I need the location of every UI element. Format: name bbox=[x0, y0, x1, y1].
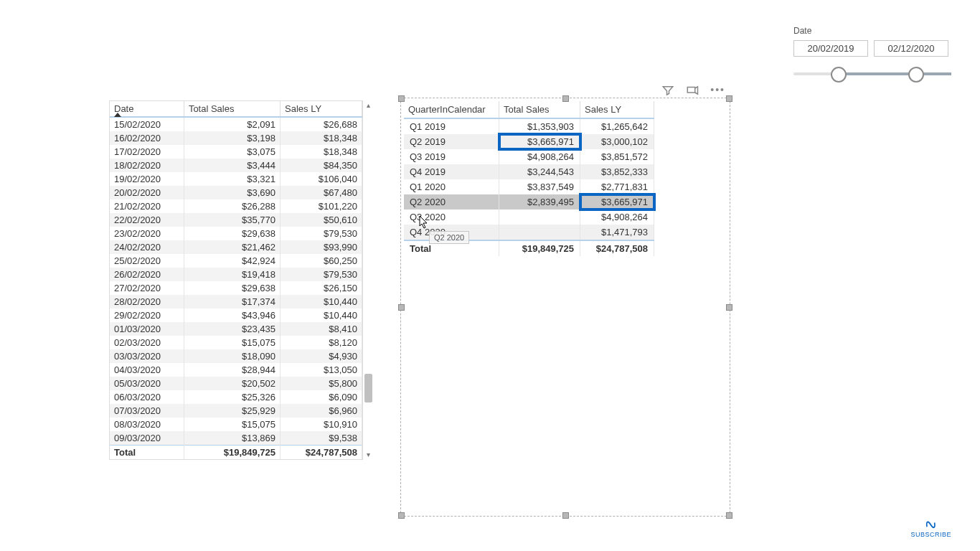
table-row[interactable]: 16/02/2020$3,198$18,348 bbox=[110, 131, 362, 145]
table-row[interactable]: 18/02/2020$3,444$84,350 bbox=[110, 159, 362, 172]
sales-ly-cell: $6,960 bbox=[281, 404, 362, 418]
resize-handle[interactable] bbox=[726, 512, 732, 519]
col-sales-ly-q-label: Sales LY bbox=[585, 104, 621, 115]
total-sales-cell: $35,770 bbox=[184, 213, 280, 227]
table-row[interactable]: 05/03/2020$20,502$5,800 bbox=[110, 377, 362, 390]
sales-ly-cell: $3,852,333 bbox=[580, 164, 654, 179]
total-sales-cell: $25,929 bbox=[184, 404, 280, 418]
total-sales-cell: $42,924 bbox=[184, 254, 280, 268]
table-row[interactable]: 19/02/2020$3,321$106,040 bbox=[110, 172, 362, 186]
table-row[interactable]: 04/03/2020$28,944$13,050 bbox=[110, 363, 362, 377]
resize-handle[interactable] bbox=[562, 95, 569, 102]
total-sales-cell: $29,638 bbox=[184, 281, 280, 295]
sales-ly-cell: $18,348 bbox=[281, 145, 362, 159]
date-slider-handle-start[interactable] bbox=[831, 67, 847, 83]
table-row[interactable]: 03/03/2020$18,090$4,930 bbox=[110, 349, 362, 363]
table-row[interactable]: 01/03/2020$23,435$8,410 bbox=[110, 322, 362, 336]
sales-ly-cell: $3,000,102 bbox=[580, 134, 654, 149]
table-row[interactable]: Q2 2019$3,665,971$3,000,102 bbox=[404, 134, 654, 149]
total-sales-cell: $26,288 bbox=[184, 199, 280, 213]
quarter-sales-visual[interactable]: ••• QuarterInCalendar Total Sales Sales … bbox=[400, 98, 730, 517]
col-quarter[interactable]: QuarterInCalendar bbox=[404, 101, 499, 118]
col-total-sales-q[interactable]: Total Sales bbox=[499, 101, 580, 118]
scrollbar-thumb[interactable] bbox=[364, 374, 372, 402]
table-row[interactable]: 17/02/2020$3,075$18,348 bbox=[110, 145, 362, 159]
date-cell: 24/02/2020 bbox=[110, 240, 184, 254]
date-cell: 20/02/2020 bbox=[110, 186, 184, 199]
table-row[interactable]: 29/02/2020$43,946$10,440 bbox=[110, 309, 362, 322]
col-total-sales[interactable]: Total Sales bbox=[184, 101, 280, 117]
sales-ly-cell: $4,908,264 bbox=[580, 209, 654, 225]
table-row[interactable]: 02/03/2020$15,075$8,120 bbox=[110, 336, 362, 349]
resize-handle[interactable] bbox=[726, 95, 732, 102]
more-options-icon[interactable]: ••• bbox=[710, 84, 725, 100]
scroll-down-icon[interactable]: ▾ bbox=[362, 451, 374, 459]
col-total-sales-q-label: Total Sales bbox=[504, 104, 550, 115]
sales-ly-cell: $1,471,793 bbox=[580, 225, 654, 240]
table-row[interactable]: Q2 2020$2,839,495$3,665,971 bbox=[404, 194, 654, 209]
resize-handle[interactable] bbox=[398, 512, 405, 519]
table-row[interactable]: Q3 2020$4,908,264 bbox=[404, 209, 654, 225]
sales-ly-cell: $67,480 bbox=[281, 186, 362, 199]
table-row[interactable]: 27/02/2020$29,638$26,150 bbox=[110, 281, 362, 295]
daily-sales-table[interactable]: Date Total Sales Sales LY 15/02/2020$2,0… bbox=[109, 100, 363, 460]
scroll-up-icon[interactable]: ▴ bbox=[362, 101, 374, 110]
quarter-cell: Q1 2019 bbox=[404, 118, 499, 134]
table-row[interactable]: 06/03/2020$25,326$6,090 bbox=[110, 390, 362, 404]
total-sales-cell: $3,665,971 bbox=[499, 134, 580, 149]
table-row[interactable]: 20/02/2020$3,690$67,480 bbox=[110, 186, 362, 199]
focus-mode-icon[interactable] bbox=[686, 84, 699, 100]
filter-icon[interactable] bbox=[661, 84, 674, 100]
resize-handle[interactable] bbox=[398, 304, 405, 311]
date-slider-handle-end[interactable] bbox=[908, 67, 924, 83]
date-cell: 03/03/2020 bbox=[110, 349, 184, 363]
table-row[interactable]: Q3 2019$4,908,264$3,851,572 bbox=[404, 149, 654, 164]
total-sales-cell: $29,638 bbox=[184, 227, 280, 240]
col-sales-ly-q[interactable]: Sales LY bbox=[580, 101, 654, 118]
resize-handle[interactable] bbox=[726, 304, 732, 311]
sales-ly-cell: $1,265,642 bbox=[580, 118, 654, 134]
total-sales-cell: $3,075 bbox=[184, 145, 280, 159]
total-sales-cell: $3,198 bbox=[184, 131, 280, 145]
table-row[interactable]: 22/02/2020$35,770$50,610 bbox=[110, 213, 362, 227]
table-row[interactable]: Q1 2019$1,353,903$1,265,642 bbox=[404, 118, 654, 134]
total-sales-value: $19,849,725 bbox=[499, 240, 580, 256]
total-sales-value: $19,849,725 bbox=[184, 446, 280, 460]
sort-ascending-icon bbox=[114, 113, 121, 117]
resize-handle[interactable] bbox=[398, 95, 405, 102]
table-row[interactable]: 26/02/2020$19,418$79,530 bbox=[110, 268, 362, 281]
table-row[interactable]: 28/02/2020$17,374$10,440 bbox=[110, 295, 362, 309]
table-row[interactable]: 08/03/2020$15,075$10,910 bbox=[110, 418, 362, 431]
col-date[interactable]: Date bbox=[110, 101, 184, 117]
table-row[interactable]: 07/03/2020$25,929$6,960 bbox=[110, 404, 362, 418]
date-from-input[interactable]: 20/02/2019 bbox=[793, 40, 868, 57]
sales-ly-cell: $6,090 bbox=[281, 390, 362, 404]
date-cell: 26/02/2020 bbox=[110, 268, 184, 281]
table-row[interactable]: Q1 2020$3,837,549$2,771,831 bbox=[404, 179, 654, 194]
table-row[interactable]: 23/02/2020$29,638$79,530 bbox=[110, 227, 362, 240]
sales-ly-cell: $26,150 bbox=[281, 281, 362, 295]
total-sales-cell: $18,090 bbox=[184, 349, 280, 363]
date-slicer[interactable]: Date 20/02/2019 02/12/2020 bbox=[793, 26, 966, 75]
date-slider-track[interactable] bbox=[793, 72, 951, 75]
quarter-cell: Q3 2019 bbox=[404, 149, 499, 164]
table-row[interactable]: Q4 2020$1,471,793 bbox=[404, 225, 654, 240]
vertical-scrollbar[interactable]: ▴ ▾ bbox=[362, 101, 374, 459]
total-sales-cell: $17,374 bbox=[184, 295, 280, 309]
sales-ly-cell: $18,348 bbox=[281, 131, 362, 145]
table-row[interactable]: 25/02/2020$42,924$60,250 bbox=[110, 254, 362, 268]
sales-ly-cell: $10,440 bbox=[281, 295, 362, 309]
date-to-input[interactable]: 02/12/2020 bbox=[874, 40, 948, 57]
resize-handle[interactable] bbox=[562, 512, 569, 519]
total-sales-cell: $25,326 bbox=[184, 390, 280, 404]
table-row[interactable]: 09/03/2020$13,869$9,538 bbox=[110, 431, 362, 446]
table-row[interactable]: 24/02/2020$21,462$93,990 bbox=[110, 240, 362, 254]
col-sales-ly[interactable]: Sales LY bbox=[281, 101, 362, 117]
table-row[interactable]: Q4 2019$3,244,543$3,852,333 bbox=[404, 164, 654, 179]
date-cell: 06/03/2020 bbox=[110, 390, 184, 404]
table-row[interactable]: 21/02/2020$26,288$101,220 bbox=[110, 199, 362, 213]
date-cell: 02/03/2020 bbox=[110, 336, 184, 349]
table-row[interactable]: 15/02/2020$2,091$26,688 bbox=[110, 117, 362, 131]
date-cell: 22/02/2020 bbox=[110, 213, 184, 227]
total-sales-cell: $3,690 bbox=[184, 186, 280, 199]
